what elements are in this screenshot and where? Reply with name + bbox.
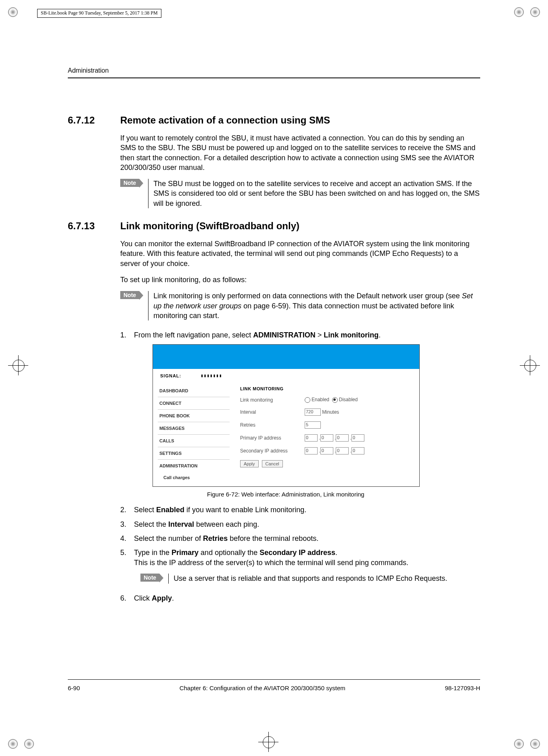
nav-item-dashboard[interactable]: DASHBOARD xyxy=(158,385,230,397)
crop-mark-icon xyxy=(514,739,524,749)
crop-mark-icon xyxy=(8,7,18,17)
step-number: 3. xyxy=(120,519,134,530)
figure-nav: DASHBOARD CONNECT PHONE BOOK MESSAGES CA… xyxy=(153,382,234,486)
signal-label: SIGNAL: xyxy=(160,373,181,378)
registration-mark-icon xyxy=(258,732,278,752)
registration-mark-icon xyxy=(520,355,540,375)
step-text: Select Enabled if you want to enable Lin… xyxy=(134,505,480,515)
retries-input[interactable]: 5 xyxy=(305,421,321,429)
nav-item-administration[interactable]: ADMINISTRATION xyxy=(158,460,230,472)
ip-octet-input[interactable]: 0 xyxy=(320,447,333,454)
crop-mark-icon xyxy=(514,7,524,17)
section-title: Remote activation of a connection using … xyxy=(120,115,330,126)
crop-mark-icon xyxy=(530,739,540,749)
interval-input[interactable]: 720 xyxy=(305,408,321,416)
section-title: Link monitoring (SwiftBroadband only) xyxy=(120,220,299,232)
running-head: Administration xyxy=(68,67,480,78)
footer-docnum: 98-127093-H xyxy=(445,685,480,691)
nav-item-settings[interactable]: SETTINGS xyxy=(158,447,230,460)
nav-item-phonebook[interactable]: PHONE BOOK xyxy=(158,410,230,422)
registration-mark-icon xyxy=(8,355,28,375)
radio-disabled[interactable]: Disabled xyxy=(332,397,358,403)
nav-item-calls[interactable]: CALLS xyxy=(158,435,230,447)
step-text: Select the Interval between each ping. xyxy=(134,519,480,530)
step-text: Type in the Primary and optionally the S… xyxy=(134,548,480,568)
step-text: Click Apply. xyxy=(134,593,480,603)
cancel-button[interactable]: Cancel xyxy=(262,460,283,467)
step-number: 6. xyxy=(120,593,134,603)
note-text: The SBU must be logged on to the satelli… xyxy=(148,179,480,208)
footer-chapter: Chapter 6: Configuration of the AVIATOR … xyxy=(180,685,345,691)
section-number: 6.7.13 xyxy=(68,220,120,232)
ip-octet-input[interactable]: 0 xyxy=(320,434,333,442)
section-number: 6.7.12 xyxy=(68,115,120,126)
row-label: Primary IP address xyxy=(240,435,305,441)
note-tag: Note xyxy=(140,574,159,582)
footer-page: 6-90 xyxy=(68,685,80,691)
paragraph: To set up link monitoring, do as follows… xyxy=(120,275,480,285)
ip-octet-input[interactable]: 0 xyxy=(351,447,364,454)
framemaker-header: SB-Lite.book Page 90 Tuesday, September … xyxy=(37,9,161,18)
step-number: 5. xyxy=(120,548,134,568)
nav-item-call-charges[interactable]: Call charges xyxy=(158,472,230,482)
signal-bars-icon: ▮▮▮▮▮▮▮ xyxy=(201,373,222,378)
apply-button[interactable]: Apply xyxy=(240,460,259,467)
ip-octet-input[interactable]: 0 xyxy=(305,447,318,454)
nav-item-connect[interactable]: CONNECT xyxy=(158,397,230,410)
step-number: 4. xyxy=(120,534,134,544)
note-tag: Note xyxy=(120,291,139,299)
ip-octet-input[interactable]: 0 xyxy=(336,447,349,454)
step-text: From the left navigation pane, select AD… xyxy=(134,330,480,340)
interval-unit: Minutes xyxy=(322,409,339,415)
row-label: Secondary IP address xyxy=(240,448,305,454)
step-number: 2. xyxy=(120,505,134,515)
note-text: Link monitoring is only performed on dat… xyxy=(148,291,480,320)
paragraph: You can monitor the external SwiftBroadb… xyxy=(120,239,480,268)
step-number: 1. xyxy=(120,330,134,340)
nav-item-messages[interactable]: MESSAGES xyxy=(158,422,230,435)
paragraph: If you want to remotely control the SBU,… xyxy=(120,133,480,172)
crop-mark-icon xyxy=(530,7,540,17)
crop-mark-icon xyxy=(8,739,18,749)
row-label: Retries xyxy=(240,422,305,428)
ip-octet-input[interactable]: 0 xyxy=(305,434,318,442)
note-text: Use a server that is reliable and that s… xyxy=(168,574,480,583)
note-tag: Note xyxy=(120,179,139,187)
row-label: Link monitoring xyxy=(240,397,305,403)
figure-caption: Figure 6-72: Web interface: Administrati… xyxy=(153,491,419,498)
figure-topbar xyxy=(153,345,419,369)
row-label: Interval xyxy=(240,409,305,415)
ip-octet-input[interactable]: 0 xyxy=(351,434,364,442)
figure-screenshot: SIGNAL: ▮▮▮▮▮▮▮ DASHBOARD CONNECT PHONE … xyxy=(153,344,420,487)
figure-heading: LINK MONITORING xyxy=(240,386,414,391)
crop-mark-icon xyxy=(24,739,34,749)
ip-octet-input[interactable]: 0 xyxy=(336,434,349,442)
step-text: Select the number of Retries before the … xyxy=(134,534,480,544)
radio-enabled[interactable]: Enabled xyxy=(305,397,329,403)
